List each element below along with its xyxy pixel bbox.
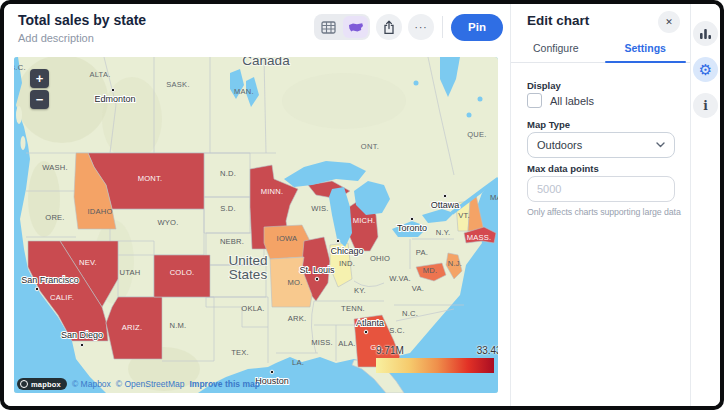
info-panel-button[interactable]: i: [693, 93, 718, 118]
state-label-vt: VT.: [458, 211, 470, 220]
zoom-out-button[interactable]: −: [30, 90, 49, 109]
share-button[interactable]: [376, 14, 402, 40]
country-label-us-line1: United: [228, 253, 267, 268]
state-label-idaho: IDAHO: [87, 207, 112, 216]
table-view-button[interactable]: [316, 16, 341, 38]
city-dot-chicago: [336, 239, 340, 243]
all-labels-row: All labels: [527, 93, 594, 108]
state-label-ky: KY.: [354, 286, 366, 295]
tab-settings[interactable]: Settings: [601, 42, 691, 62]
share-icon: [382, 20, 396, 35]
state-label-ariz: ARIZ.: [122, 323, 142, 332]
state-label-wva: W.VA.: [389, 274, 411, 283]
panel-title: Edit chart: [527, 13, 589, 28]
province-label-bc: B.C.: [14, 63, 26, 72]
state-label-pa: PA.: [416, 248, 428, 257]
city-dot-atlanta: [364, 330, 368, 334]
add-description-button[interactable]: Add description: [18, 32, 94, 44]
state-label-nm: N.M.: [170, 321, 187, 330]
city-label-atlanta: Atlanta: [356, 318, 384, 328]
state-label-calif: CALIF.: [50, 293, 74, 302]
state-label-va: VA.: [412, 284, 424, 293]
province-label-alta: ALTA.: [89, 70, 110, 79]
page-title: Total sales by state: [18, 12, 146, 28]
pin-button[interactable]: Pin: [451, 14, 503, 41]
side-icon-rail: ⚙ i: [690, 4, 720, 406]
close-icon: ✕: [665, 17, 673, 27]
settings-panel-button[interactable]: ⚙: [693, 57, 718, 82]
max-data-points-input[interactable]: [527, 176, 675, 202]
chart-panel-button[interactable]: [693, 21, 718, 46]
view-toggle: [314, 14, 370, 40]
state-label-sc: S.C.: [389, 326, 405, 335]
city-label-toronto: Toronto: [397, 223, 427, 233]
close-panel-button[interactable]: ✕: [658, 11, 680, 33]
max-data-points-helper: Only affects charts supporting large dat…: [527, 207, 681, 217]
improve-map-link[interactable]: Improve this map: [189, 379, 259, 389]
province-label-ont: ONT.: [361, 142, 379, 151]
state-label-maine: MAINE: [490, 193, 498, 202]
mapbox-attribution-link[interactable]: © Mapbox: [72, 379, 111, 389]
quebec-lake: [467, 113, 472, 118]
mapbox-logo-text: mapbox: [31, 380, 61, 389]
chevron-down-icon: [656, 142, 665, 148]
state-label-ala: ALA.: [338, 339, 355, 348]
state-label-la: LA.: [292, 358, 304, 367]
state-label-ind: IND.: [339, 259, 355, 268]
state-label-ore: ORE.: [45, 213, 64, 222]
state-label-nj: N.J.: [448, 259, 462, 268]
osm-attribution-link[interactable]: © OpenStreetMap: [116, 379, 185, 389]
province-label-man: MAN.: [234, 87, 254, 96]
all-labels-label: All labels: [550, 95, 594, 107]
pin-button-label: Pin: [468, 21, 486, 33]
zoom-in-button[interactable]: +: [30, 69, 49, 88]
map-view-button[interactable]: [343, 16, 368, 38]
map-canvas: Canada United States B.C. ALTA. SASK. MA…: [14, 57, 498, 393]
state-label-tenn: TENN.: [341, 304, 365, 313]
state-label-miss: MISS.: [311, 338, 333, 347]
map-type-label: Map Type: [527, 119, 570, 130]
ontario-lake: [414, 81, 419, 86]
mapbox-logo-icon: [20, 380, 28, 388]
state-label-mont: MONT.: [138, 174, 163, 183]
country-label-canada: Canada: [242, 57, 290, 68]
panel-tabs: Configure Settings: [511, 42, 690, 63]
tab-configure[interactable]: Configure: [511, 42, 601, 62]
country-label-us-line2: States: [229, 267, 268, 282]
quebec-lake: [478, 97, 483, 102]
state-label-mo: MO.: [288, 278, 303, 287]
city-dot-edmonton: [111, 88, 115, 92]
state-label-ark: ARK.: [288, 314, 307, 323]
state-label-okla: OKLA.: [241, 304, 264, 313]
choropleth-map[interactable]: Canada United States B.C. ALTA. SASK. MA…: [14, 57, 498, 393]
state-label-nev: NEV.: [79, 258, 97, 267]
all-labels-checkbox[interactable]: [527, 93, 542, 108]
mapbox-logo[interactable]: mapbox: [17, 378, 67, 390]
city-dot-houston: [270, 370, 274, 374]
state-label-sd: S.D.: [220, 204, 236, 213]
legend-gradient-bar: [376, 358, 494, 373]
state-label-wash: WASH.: [42, 163, 68, 172]
more-options-button[interactable]: ···: [408, 14, 434, 40]
city-dot-toronto: [410, 217, 414, 221]
state-label-tex: TEX.: [231, 348, 249, 357]
state-label-nc: N.C.: [402, 309, 418, 318]
state-label-mich: MICH.: [353, 216, 376, 225]
state-label-nd: N.D.: [220, 169, 236, 178]
state-label-mass: MASS.: [467, 233, 492, 242]
map-type-value: Outdoors: [537, 139, 582, 151]
legend-max-label: 33.43M: [477, 345, 498, 356]
ellipsis-icon: ···: [415, 22, 428, 33]
app-content: Total sales by state Add description: [4, 4, 720, 406]
map-type-select[interactable]: Outdoors: [527, 132, 675, 158]
edit-chart-panel: Edit chart ✕ Configure Settings Display …: [510, 4, 690, 406]
display-section-label: Display: [527, 80, 561, 91]
coastal-island: [16, 106, 22, 124]
info-icon: i: [703, 99, 708, 113]
state-label-md: MD.: [423, 266, 438, 275]
map-zoom-controls: + −: [30, 69, 49, 109]
city-label-sandiego: San Diego: [61, 330, 103, 340]
city-label-edmonton: Edmonton: [94, 94, 135, 104]
city-label-houston: Houston: [255, 376, 289, 386]
city-dot-sandiego: [80, 343, 84, 347]
